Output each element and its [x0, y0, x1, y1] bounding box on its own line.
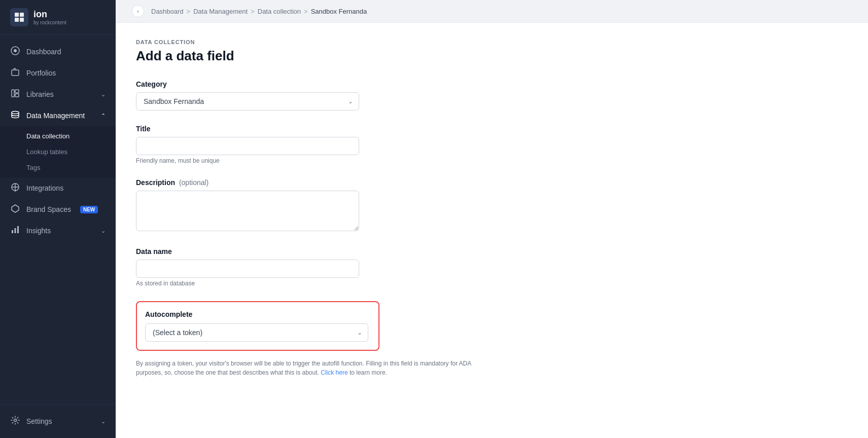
chevron-up-icon: ⌃ [101, 113, 106, 119]
breadcrumb-sep-1: > [187, 8, 191, 15]
sidebar-item-label: Dashboard [26, 48, 61, 56]
breadcrumb-data-management[interactable]: Data Management [193, 8, 248, 15]
data-name-input[interactable] [136, 260, 359, 278]
category-group: Category Sandbox Fernanda ⌄ [136, 80, 848, 111]
sidebar-item-lookup-tables[interactable]: Lookup tables [0, 144, 116, 160]
data-name-group: Data name As stored in database [136, 247, 848, 287]
svg-rect-7 [12, 90, 14, 97]
data-name-label: Data name [136, 247, 848, 256]
sidebar-item-label: Settings [26, 417, 52, 425]
sidebar-subitem-label: Tags [26, 164, 40, 171]
svg-rect-2 [15, 18, 19, 22]
sidebar-footer: Settings ⌄ [0, 404, 116, 438]
sidebar-item-portfolios[interactable]: Portfolios [0, 62, 116, 84]
svg-rect-1 [20, 13, 24, 17]
main-area: ‹ Dashboard > Data Management > Data col… [116, 0, 868, 438]
dashboard-icon [10, 46, 20, 57]
autocomplete-label: Autocomplete [145, 310, 370, 318]
category-select[interactable]: Sandbox Fernanda [136, 92, 359, 111]
brand-name: ion [33, 9, 66, 20]
svg-point-10 [12, 112, 19, 114]
sidebar-item-label: Data Management [26, 112, 85, 120]
svg-rect-14 [15, 228, 16, 233]
sidebar-item-brand-spaces[interactable]: Brand Spaces NEW [0, 199, 116, 220]
sidebar-item-label: Integrations [26, 184, 63, 192]
sidebar-item-insights[interactable]: Insights ⌄ [0, 220, 116, 241]
sidebar-collapse-button[interactable]: ‹ [132, 5, 144, 17]
svg-rect-9 [15, 94, 19, 97]
category-select-wrapper: Sandbox Fernanda ⌄ [136, 92, 359, 111]
content-area: DATA COLLECTION Add a data field Categor… [116, 23, 868, 438]
title-label: Title [136, 125, 848, 133]
footer-note-text: By assigning a token, your visitor's bro… [136, 360, 471, 376]
logo-area: ion by rockcontent [0, 0, 116, 35]
integrations-icon [10, 182, 20, 194]
footer-link[interactable]: Click here [321, 369, 348, 376]
svg-rect-13 [12, 230, 13, 233]
sidebar-item-data-management[interactable]: Data Management ⌃ [0, 105, 116, 126]
page-title: Add a data field [136, 48, 848, 64]
sidebar-item-label: Libraries [26, 90, 54, 98]
chevron-down-icon: ⌄ [101, 228, 106, 234]
sidebar-item-label: Portfolios [26, 69, 56, 77]
svg-point-5 [14, 49, 17, 52]
page-subtitle: DATA COLLECTION [136, 39, 848, 45]
sidebar-subitem-label: Data collection [26, 132, 70, 140]
svg-marker-12 [12, 205, 19, 212]
sidebar-item-label: Insights [26, 227, 51, 235]
svg-rect-8 [15, 90, 19, 93]
footer-link-suffix: to learn more. [350, 369, 387, 376]
description-textarea[interactable] [136, 191, 359, 231]
data-name-hint: As stored in database [136, 280, 848, 287]
sidebar: ion by rockcontent Dashboard Portfolios … [0, 0, 116, 438]
footer-note: By assigning a token, your visitor's bro… [136, 359, 491, 377]
insights-icon [10, 225, 20, 236]
autocomplete-select[interactable]: (Select a token) [145, 323, 368, 342]
breadcrumb-sep-3: > [304, 8, 308, 15]
new-badge: NEW [80, 206, 98, 213]
svg-rect-0 [15, 13, 19, 17]
data-management-submenu: Data collection Lookup tables Tags [0, 126, 116, 177]
description-group: Description (optional) [136, 178, 848, 233]
breadcrumb-current: Sandbox Fernanda [311, 8, 367, 15]
data-management-icon [10, 110, 20, 121]
sidebar-nav: Dashboard Portfolios Libraries ⌄ Data Ma… [0, 35, 116, 404]
svg-rect-15 [17, 226, 19, 233]
brand-sub: by rockcontent [33, 20, 66, 25]
title-input[interactable] [136, 137, 359, 155]
svg-rect-3 [20, 18, 24, 22]
description-label: Description (optional) [136, 178, 848, 187]
sidebar-item-data-collection[interactable]: Data collection [0, 128, 116, 144]
sidebar-item-tags[interactable]: Tags [0, 160, 116, 175]
breadcrumb-sep-2: > [251, 8, 255, 15]
portfolios-icon [10, 67, 20, 79]
optional-label: (optional) [179, 178, 209, 187]
sidebar-item-settings[interactable]: Settings ⌄ [0, 411, 116, 432]
sidebar-item-dashboard[interactable]: Dashboard [0, 41, 116, 62]
autocomplete-section: Autocomplete (Select a token) ⌄ [136, 301, 379, 351]
autocomplete-select-wrapper: (Select a token) ⌄ [145, 323, 368, 342]
settings-icon [10, 416, 20, 427]
logo-text: ion by rockcontent [33, 9, 66, 25]
logo-icon [10, 8, 28, 26]
title-group: Title Friendly name, must be unique [136, 125, 848, 164]
sidebar-subitem-label: Lookup tables [26, 148, 67, 156]
chevron-down-icon: ⌄ [101, 91, 106, 98]
brand-spaces-icon [10, 204, 20, 215]
libraries-icon [10, 89, 20, 100]
svg-rect-6 [12, 70, 19, 76]
category-label: Category [136, 80, 848, 88]
sidebar-item-label: Brand Spaces [26, 205, 71, 213]
svg-point-16 [14, 419, 17, 422]
breadcrumb: ‹ Dashboard > Data Management > Data col… [116, 0, 868, 23]
chevron-down-icon: ⌄ [101, 418, 106, 425]
breadcrumb-dashboard[interactable]: Dashboard [151, 8, 184, 15]
sidebar-item-integrations[interactable]: Integrations [0, 177, 116, 199]
sidebar-item-libraries[interactable]: Libraries ⌄ [0, 84, 116, 105]
breadcrumb-data-collection[interactable]: Data collection [258, 8, 301, 15]
title-hint: Friendly name, must be unique [136, 157, 848, 164]
